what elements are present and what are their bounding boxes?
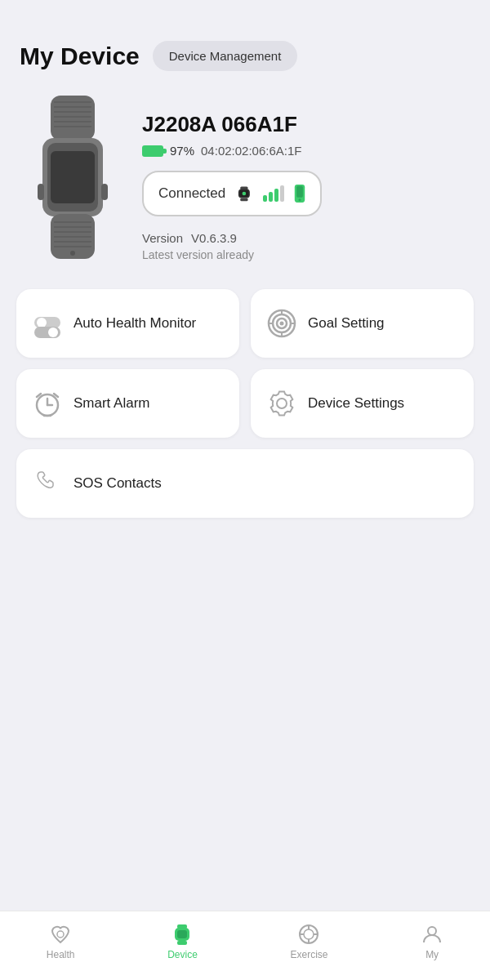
battery-icon [142,145,163,157]
auto-health-monitor-label: Auto Health Monitor [74,314,196,332]
connection-status-pill: Connected [142,171,322,216]
svg-rect-10 [38,184,44,200]
exercise-nav-icon [297,923,320,946]
phone-icon [33,469,62,498]
menu-grid: Auto Health Monitor Goal Setting Smart A… [0,281,490,526]
svg-point-19 [70,251,75,256]
battery-percent: 97% [170,144,194,158]
version-label: Version [142,231,183,245]
svg-point-27 [298,198,301,201]
goal-setting-label: Goal Setting [308,314,385,332]
nav-item-device[interactable]: Device [151,920,214,964]
bottom-nav: Health Device Exercise My [0,911,490,980]
device-management-button[interactable]: Device Management [153,41,298,71]
smart-alarm-label: Smart Alarm [74,394,150,412]
nav-item-exercise[interactable]: Exercise [274,920,344,964]
version-sub: Latest version already [142,248,470,261]
goal-setting-item[interactable]: Goal Setting [251,289,474,358]
svg-point-46 [57,931,64,938]
svg-point-35 [280,322,284,326]
signal-bar-1 [263,195,267,202]
svg-rect-49 [177,930,187,938]
phone-device-icon [294,182,305,205]
mac-address: 04:02:02:06:6A:1F [201,144,301,158]
svg-rect-9 [51,151,95,203]
svg-point-29 [37,318,47,327]
header: My Device Device Management [0,0,490,87]
nav-label-health: Health [47,949,75,960]
sos-contacts-label: SOS Contacts [74,474,162,492]
device-settings-item[interactable]: Device Settings [251,369,474,438]
toggle-icon [33,309,62,338]
nav-item-my[interactable]: My [404,920,460,964]
nav-label-exercise: Exercise [290,949,327,960]
gear-icon [267,389,296,418]
version-row: Version V0.6.3.9 [142,231,470,245]
svg-point-23 [243,192,247,196]
nav-label-my: My [425,949,439,960]
version-value: V0.6.3.9 [191,231,237,245]
svg-point-57 [428,927,436,935]
svg-point-31 [48,327,58,337]
alarm-icon [33,389,62,418]
svg-rect-11 [101,184,108,200]
watch-icon [235,182,253,205]
device-name: J2208A 066A1F [142,112,470,137]
device-info: J2208A 066A1F 97% 04:02:02:06:6A:1F Conn… [142,96,470,261]
battery-row: 97% 04:02:02:06:6A:1F [142,144,470,158]
svg-point-52 [304,929,314,939]
my-nav-icon [421,923,443,946]
svg-rect-24 [240,198,247,201]
sos-contacts-item[interactable]: SOS Contacts [16,449,474,518]
svg-rect-50 [177,941,187,945]
device-image [20,96,126,259]
signal-bar-3 [274,189,278,202]
health-nav-icon [49,923,72,946]
signal-bar-4 [280,185,284,202]
smart-alarm-item[interactable]: Smart Alarm [16,369,239,438]
signal-bars [263,185,284,202]
device-nav-icon [171,923,194,946]
svg-rect-26 [296,186,303,198]
device-settings-label: Device Settings [308,394,404,412]
auto-health-monitor-item[interactable]: Auto Health Monitor [16,289,239,358]
target-icon [267,309,296,338]
nav-label-device: Device [167,949,198,960]
nav-item-health[interactable]: Health [30,920,91,964]
connection-label: Connected [158,185,225,202]
signal-bar-2 [269,192,273,202]
device-card: J2208A 066A1F 97% 04:02:02:06:6A:1F Conn… [0,87,490,281]
page-title: My Device [20,42,140,70]
